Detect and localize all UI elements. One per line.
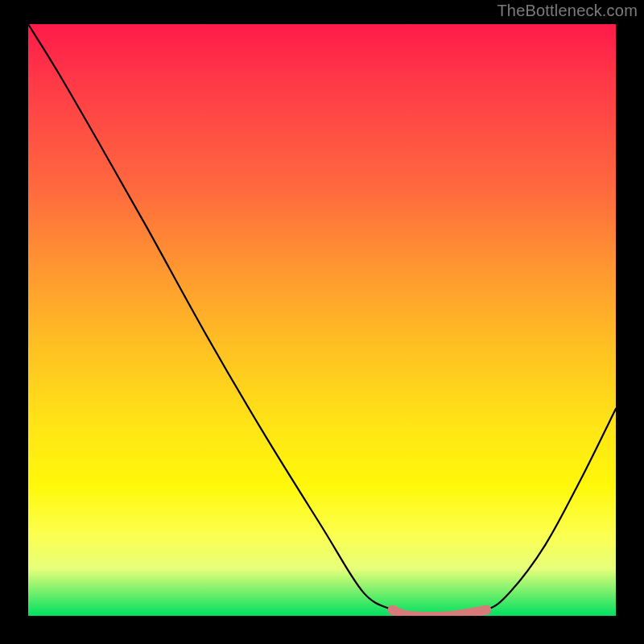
plot-area (28, 24, 616, 616)
curve-svg (28, 24, 616, 616)
watermark-text: TheBottleneck.com (497, 2, 638, 20)
main-curve (28, 24, 616, 616)
highlight-segment (393, 610, 487, 616)
chart-container: TheBottleneck.com (0, 0, 644, 644)
highlight-start-dot (388, 605, 398, 615)
